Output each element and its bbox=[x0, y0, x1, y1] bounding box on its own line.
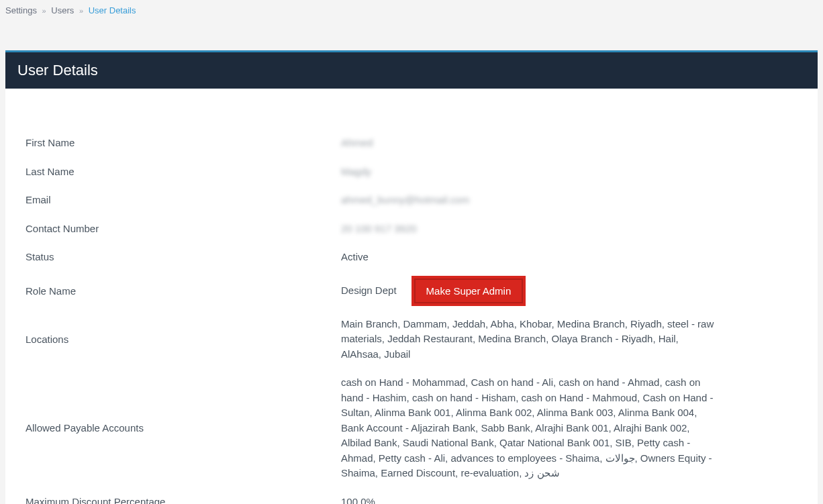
last-name-label: Last Name bbox=[26, 164, 341, 179]
field-status: Status Active bbox=[26, 250, 797, 265]
breadcrumb-separator: » bbox=[77, 7, 86, 15]
contact-number-label: Contact Number bbox=[26, 221, 341, 236]
make-super-admin-button[interactable]: Make Super Admin bbox=[414, 279, 524, 303]
field-contact-number: Contact Number 20 100 917 3920 bbox=[26, 221, 797, 237]
field-email: Email ahmed_bunny@hotmail.com bbox=[26, 193, 797, 208]
first-name-value: Ahmed bbox=[341, 136, 797, 151]
field-first-name: First Name Ahmed bbox=[26, 136, 797, 151]
breadcrumb: Settings » Users » User Details bbox=[0, 0, 823, 22]
field-allowed-payable-accounts: Allowed Payable Accounts cash on Hand - … bbox=[26, 375, 797, 481]
locations-label: Locations bbox=[26, 332, 341, 346]
last-name-value: Magdy bbox=[341, 164, 797, 180]
first-name-label: First Name bbox=[26, 136, 341, 150]
allowed-payable-accounts-label: Allowed Payable Accounts bbox=[26, 421, 341, 435]
field-last-name: Last Name Magdy bbox=[26, 164, 797, 180]
email-label: Email bbox=[26, 193, 341, 207]
page-header: User Details bbox=[5, 50, 818, 89]
contact-number-value: 20 100 917 3920 bbox=[341, 221, 797, 237]
page-title: User Details bbox=[17, 62, 806, 79]
field-max-discount: Maximum Discount Percentage 100.0% bbox=[26, 495, 797, 505]
allowed-payable-accounts-value: cash on Hand - Mohammad, Cash on hand - … bbox=[341, 375, 797, 481]
status-label: Status bbox=[26, 250, 341, 264]
breadcrumb-settings[interactable]: Settings bbox=[5, 5, 37, 15]
field-role-name: Role Name Design Dept Make Super Admin bbox=[26, 279, 797, 303]
breadcrumb-users[interactable]: Users bbox=[51, 5, 74, 15]
email-value: ahmed_bunny@hotmail.com bbox=[341, 193, 797, 208]
user-details-content: First Name Ahmed Last Name Magdy Email a… bbox=[5, 89, 818, 504]
max-discount-label: Maximum Discount Percentage bbox=[26, 495, 341, 505]
role-name-label: Role Name bbox=[26, 284, 341, 298]
role-name-text: Design Dept bbox=[341, 283, 397, 299]
field-locations: Locations Main Branch, Dammam, Jeddah, A… bbox=[26, 317, 797, 362]
breadcrumb-separator: » bbox=[40, 7, 49, 15]
breadcrumb-current: User Details bbox=[89, 5, 136, 15]
locations-value: Main Branch, Dammam, Jeddah, Abha, Khoba… bbox=[341, 317, 797, 362]
status-value: Active bbox=[341, 250, 797, 265]
page-panel: User Details First Name Ahmed Last Name … bbox=[5, 50, 818, 504]
max-discount-value: 100.0% bbox=[341, 495, 797, 505]
role-name-value: Design Dept Make Super Admin bbox=[341, 279, 797, 303]
